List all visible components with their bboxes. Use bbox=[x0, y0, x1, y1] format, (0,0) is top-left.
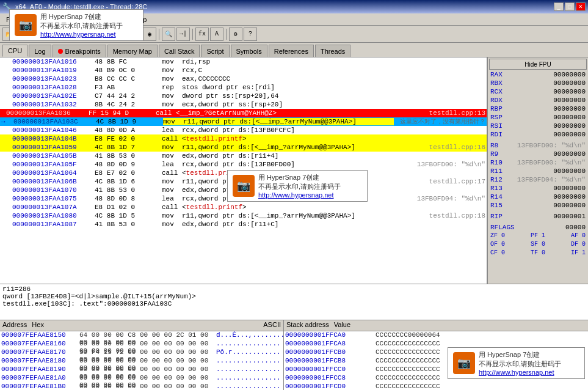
reg-rdi: RDI 00000000 bbox=[489, 131, 587, 139]
toolbar-font[interactable]: A bbox=[210, 28, 223, 41]
reg-rcx: RCX 00000000 bbox=[489, 88, 587, 97]
close-button[interactable]: ✕ bbox=[576, 2, 586, 11]
stack-header: Stack address Value bbox=[284, 320, 588, 331]
mem-addr-header: Address bbox=[0, 320, 29, 331]
reg-rip: RIP 00000001 bbox=[489, 213, 587, 221]
tab-script[interactable]: Script bbox=[201, 45, 229, 57]
register-panel: Hide FPU RAX 00000000 RBX 00000000 RCX 0… bbox=[487, 57, 588, 284]
reg-rdx: RDX 00000000 bbox=[489, 97, 587, 105]
toolbar-help[interactable]: ? bbox=[244, 28, 257, 41]
reg-rbp: RBP 00000000 bbox=[489, 105, 587, 114]
reg-r8: R8 13FB0FD00: "%d\n" bbox=[489, 142, 587, 150]
tab-threads-label: Threads bbox=[321, 48, 345, 55]
table-row[interactable]: 000000013FAA105B 41 8B 53 0 mov edx,dwor… bbox=[0, 152, 487, 160]
list-item[interactable]: 0000000001FFCD0 CCCCCCCCCCCCCCCC bbox=[284, 383, 588, 390]
tab-cpu[interactable]: CPU bbox=[2, 45, 27, 57]
maximize-button[interactable]: □ bbox=[565, 2, 575, 11]
flag-row-2: OF 0 SF 0 DF 0 bbox=[489, 241, 587, 249]
watermark-link-3[interactable]: http://www.hypersnap.net bbox=[479, 369, 561, 376]
memory-panel: Address Hex ASCII 000007FEFAAE8150 64 00… bbox=[0, 320, 284, 390]
tab-memory-map[interactable]: Memory Map bbox=[107, 45, 158, 57]
reg-r9: R9 00000000 bbox=[489, 150, 587, 159]
mem-ascii-header: ASCII bbox=[261, 320, 283, 331]
list-item[interactable]: 000007FEFAAE8180 00 00 00 00 00 00 00 00… bbox=[0, 357, 283, 366]
flag-row-3: CF 0 TF 0 IF 1 bbox=[489, 249, 587, 258]
table-row[interactable]: 000000013FAA102E C7 44 24 2 mov dword pt… bbox=[0, 92, 487, 100]
reg-rax: RAX 00000000 bbox=[489, 71, 587, 79]
watermark-subtitle-3: 不再显示水印,请购注册码于 bbox=[479, 359, 561, 369]
table-row[interactable]: 000000013FAA105F 48 8D 0D 9 lea rcx,dwor… bbox=[0, 160, 487, 169]
toolbar-expr[interactable]: fx bbox=[195, 28, 209, 41]
reg-r15: R15 00000000 bbox=[489, 202, 587, 210]
status-line-1: r11=286 bbox=[2, 285, 586, 293]
mem-hex-header: Hex bbox=[29, 320, 261, 331]
memory-scroll[interactable]: 000007FEFAAE8150 64 00 00 00 C8 00 00 00… bbox=[0, 331, 283, 390]
toolbar-sep4 bbox=[192, 29, 193, 40]
watermark-icon-2: 📷 bbox=[233, 175, 255, 197]
minimize-button[interactable]: _ bbox=[554, 2, 564, 11]
watermark-title-1: 用 HyperSnap 7创建 bbox=[40, 12, 123, 21]
list-item[interactable]: 000007FEFAAE8190 00 00 00 00 00 00 00 00… bbox=[0, 366, 283, 374]
table-row[interactable]: 000000013FAA1019 48 B9 OC 0 mov rcx,C bbox=[0, 66, 487, 75]
table-row[interactable]: 000000013FAA1046 48 8D 0D A lea rcx,dwor… bbox=[0, 126, 487, 134]
tab-breakpoints-label: Breakpoints bbox=[65, 48, 101, 55]
table-row[interactable]: → 000000013FAA103C 4C 8B 1D 9 mov r11,qw… bbox=[0, 117, 487, 126]
table-row[interactable]: 000000013FAA1028 F3 AB rep stos dword pt… bbox=[0, 83, 487, 92]
table-row[interactable]: 000000013FAA1080 4C 8B 1D 5 mov r11,qwor… bbox=[0, 212, 487, 220]
tab-call-stack-label: Call Stack bbox=[164, 48, 195, 55]
reg-r14: R14 00000000 bbox=[489, 193, 587, 202]
tab-script-label: Script bbox=[206, 48, 223, 55]
watermark-3: 📷 用 HyperSnap 7创建 不再显示水印,请购注册码于 http://w… bbox=[448, 347, 585, 379]
table-row[interactable]: ● 000000013FAA1036 FF 15 94 D call <__im… bbox=[0, 109, 487, 117]
reg-rsp: RSP 00000000 bbox=[489, 114, 587, 122]
watermark-icon-1: 📷 bbox=[15, 14, 37, 36]
tab-log-label: Log bbox=[34, 48, 45, 55]
tab-cpu-label: CPU bbox=[8, 47, 22, 54]
list-item[interactable]: 000007FEFAAE8170 50 F4 15 72 00 00 00 00… bbox=[0, 348, 283, 357]
toolbar-bp2[interactable]: ◉ bbox=[143, 28, 156, 41]
toolbar-sep3 bbox=[159, 29, 159, 40]
watermark-title-3: 用 HyperSnap 7创建 bbox=[479, 350, 561, 359]
table-row[interactable]: 000000013FAA104B E8 FE 02 0 call <testdl… bbox=[0, 134, 487, 143]
stack-addr-header: Stack address bbox=[284, 320, 332, 331]
toolbar-goto[interactable]: →| bbox=[176, 28, 190, 41]
hide-fpu-button[interactable]: Hide FPU bbox=[489, 59, 587, 70]
tab-references[interactable]: References bbox=[269, 45, 314, 57]
reg-r10: R10 13FB0FD00: "%d\n" bbox=[489, 159, 587, 167]
breakpoints-dot bbox=[58, 49, 63, 54]
watermark-subtitle-2: 不再显示水印,请购注册码于 bbox=[258, 182, 341, 191]
reg-r13: R13 00000000 bbox=[489, 185, 587, 193]
tab-bar: CPU Log Breakpoints Memory Map Call Stac… bbox=[0, 43, 588, 57]
list-item[interactable]: 0000000001FFCA0 CCCCCCCC00000064 bbox=[284, 331, 588, 340]
watermark-subtitle-1: 不再显示水印,请购注册码于 bbox=[40, 21, 123, 31]
watermark-title-2: 用 HyperSnap 7创建 bbox=[258, 173, 341, 182]
tab-memory-map-label: Memory Map bbox=[113, 48, 152, 55]
reg-rflags: RFLAGS 00000 bbox=[489, 224, 587, 232]
list-item[interactable]: 000007FEFAAE81A0 00 00 00 00 00 00 00 00… bbox=[0, 374, 283, 383]
status-line-3: testdll.exe[103C]: .text":000000013FAA10… bbox=[2, 300, 586, 307]
list-item[interactable]: 000007FEFAAE8150 64 00 00 00 C8 00 00 00… bbox=[0, 331, 283, 340]
table-row[interactable]: 000000013FAA1016 48 8B FC mov rdi,rsp bbox=[0, 57, 487, 66]
memory-header: Address Hex ASCII bbox=[0, 320, 283, 331]
list-item[interactable]: 000007FEFAAE8160 00 00 00 00 00 00 00 00… bbox=[0, 340, 283, 348]
toolbar-settings[interactable]: ⚙ bbox=[229, 28, 242, 41]
tab-symbols[interactable]: Symbols bbox=[231, 45, 267, 57]
list-item[interactable]: 000007FEFAAE81B0 00 00 00 00 00 00 00 00… bbox=[0, 383, 283, 390]
tab-threads[interactable]: Threads bbox=[315, 45, 350, 57]
tab-breakpoints[interactable]: Breakpoints bbox=[53, 45, 106, 57]
table-row[interactable]: 000000013FAA1023 B8 CC CC C mov eax,CCCC… bbox=[0, 75, 487, 83]
status-line-2: qword [13FB2E4D8]=<d|l>sample.@ILT+15(ar… bbox=[2, 293, 586, 300]
toolbar-search[interactable]: 🔍 bbox=[162, 28, 175, 41]
tab-symbols-label: Symbols bbox=[236, 48, 262, 55]
tab-log[interactable]: Log bbox=[29, 45, 51, 57]
watermark-link-2[interactable]: http://www.hypersnap.net bbox=[258, 191, 341, 199]
table-row[interactable]: 000000013FAA1059 4C 8B 1D 7 mov r11,qwor… bbox=[0, 143, 487, 152]
status-area: r11=286 qword [13FB2E4D8]=<d|l>sample.@I… bbox=[0, 284, 588, 320]
table-row[interactable]: 000000013FAA1032 8B 4C 24 2 mov ecx,dwor… bbox=[0, 100, 487, 109]
toolbar-sep5 bbox=[226, 29, 227, 40]
tab-call-stack[interactable]: Call Stack bbox=[159, 45, 200, 57]
flag-row-1: ZF 0 PF 1 AF 0 bbox=[489, 232, 587, 241]
watermark-link-1[interactable]: http://www.hypersnap.net bbox=[40, 31, 123, 38]
table-row[interactable]: 000000013FAA1087 41 8B 53 0 mov edx,dwor… bbox=[0, 220, 487, 229]
table-row[interactable]: 000000013FAA107A E8 D1 02 0 call <testdl… bbox=[0, 203, 487, 212]
